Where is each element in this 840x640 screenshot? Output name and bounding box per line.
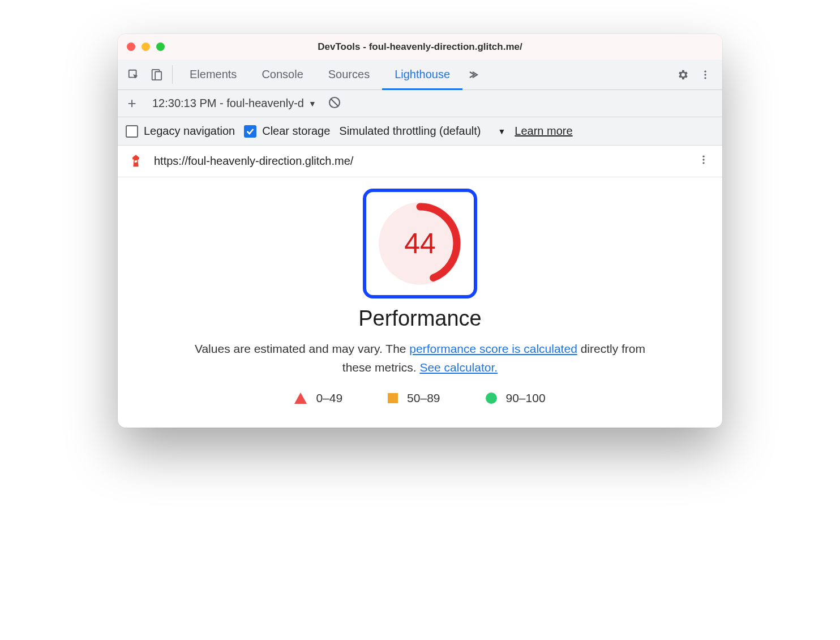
chevron-down-icon: ▼ [498, 127, 505, 136]
report-url-bar: https://foul-heavenly-direction.glitch.m… [118, 146, 722, 177]
tab-label: Elements [190, 68, 237, 81]
report-picker[interactable]: 12:30:13 PM - foul-heavenly-d ▼ [152, 97, 316, 110]
lighthouse-logo-icon [128, 153, 144, 169]
legend-good: 90–100 [486, 391, 546, 405]
svg-point-3 [704, 70, 706, 72]
traffic-lights [127, 42, 165, 51]
svg-rect-2 [155, 71, 161, 80]
svg-point-8 [702, 156, 704, 157]
performance-score: 44 [376, 199, 464, 288]
lighthouse-report: 44 Performance Values are estimated and … [118, 177, 722, 428]
titlebar: DevTools - foul-heavenly-direction.glitc… [118, 34, 722, 59]
svg-point-9 [702, 159, 704, 160]
tab-sources[interactable]: Sources [316, 59, 382, 89]
legend-good-label: 90–100 [506, 391, 546, 405]
clear-report-icon[interactable] [328, 96, 341, 112]
new-report-button[interactable]: + [123, 95, 140, 112]
throttling-label: Simulated throttling (default) [339, 125, 481, 138]
device-toolbar-icon[interactable] [145, 59, 168, 89]
minimize-window-button[interactable] [142, 42, 150, 51]
score-highlight-box: 44 [363, 189, 477, 298]
performance-description: Values are estimated and may vary. The p… [185, 340, 655, 377]
tabstrip: Elements Console Sources Lighthouse [118, 59, 722, 90]
learn-more-link[interactable]: Learn more [515, 125, 572, 138]
lighthouse-toolbar: + 12:30:13 PM - foul-heavenly-d ▼ [118, 90, 722, 117]
tab-console[interactable]: Console [249, 59, 315, 89]
performance-heading: Performance [358, 306, 482, 331]
tab-elements[interactable]: Elements [177, 59, 249, 89]
report-url: https://foul-heavenly-direction.glitch.m… [154, 155, 685, 168]
tab-label: Console [262, 68, 303, 81]
settings-gear-icon[interactable] [671, 69, 694, 81]
clear-storage-checkbox[interactable] [244, 125, 256, 138]
square-icon [388, 393, 398, 403]
inspect-element-icon[interactable] [122, 59, 145, 89]
window-title: DevTools - foul-heavenly-direction.glitc… [127, 41, 713, 53]
panel-tabs: Elements Console Sources Lighthouse [177, 59, 662, 89]
legend-mid-label: 50–89 [407, 391, 440, 405]
legend-poor-label: 0–49 [316, 391, 342, 405]
svg-point-4 [704, 74, 706, 75]
kebab-menu-icon[interactable] [694, 69, 717, 80]
devtools-window: DevTools - foul-heavenly-direction.glitc… [118, 34, 722, 428]
legacy-navigation-checkbox[interactable] [126, 125, 138, 138]
right-toolbar [662, 59, 717, 89]
clear-storage-label: Clear storage [262, 125, 330, 138]
more-tabs-button[interactable] [462, 59, 487, 89]
close-window-button[interactable] [127, 42, 135, 51]
report-picker-label: 12:30:13 PM - foul-heavenly-d [152, 97, 304, 110]
score-legend: 0–49 50–89 90–100 [294, 391, 545, 405]
desc-text: Values are estimated and may vary. The [195, 342, 409, 355]
triangle-icon [294, 392, 307, 404]
tab-lighthouse[interactable]: Lighthouse [382, 59, 462, 89]
chevron-down-icon: ▼ [308, 99, 316, 108]
svg-line-7 [331, 99, 338, 106]
legacy-navigation-option[interactable]: Legacy navigation [126, 125, 235, 138]
legend-mid: 50–89 [388, 391, 440, 405]
legend-poor: 0–49 [294, 391, 342, 405]
report-menu-icon[interactable] [695, 154, 712, 168]
tab-label: Lighthouse [395, 68, 450, 81]
circle-icon [486, 392, 497, 404]
see-calculator-link[interactable]: See calculator. [419, 361, 498, 374]
svg-point-5 [704, 77, 706, 79]
maximize-window-button[interactable] [156, 42, 165, 51]
separator [172, 65, 173, 84]
clear-storage-option[interactable]: Clear storage [244, 125, 330, 138]
svg-point-10 [702, 162, 704, 164]
tab-label: Sources [328, 68, 370, 81]
performance-gauge: 44 [376, 199, 464, 288]
score-calculated-link[interactable]: performance score is calculated [409, 342, 577, 355]
throttling-dropdown[interactable]: Simulated throttling (default) ▼ [339, 125, 505, 138]
lighthouse-options: Legacy navigation Clear storage Simulate… [118, 117, 722, 146]
legacy-navigation-label: Legacy navigation [144, 125, 235, 138]
